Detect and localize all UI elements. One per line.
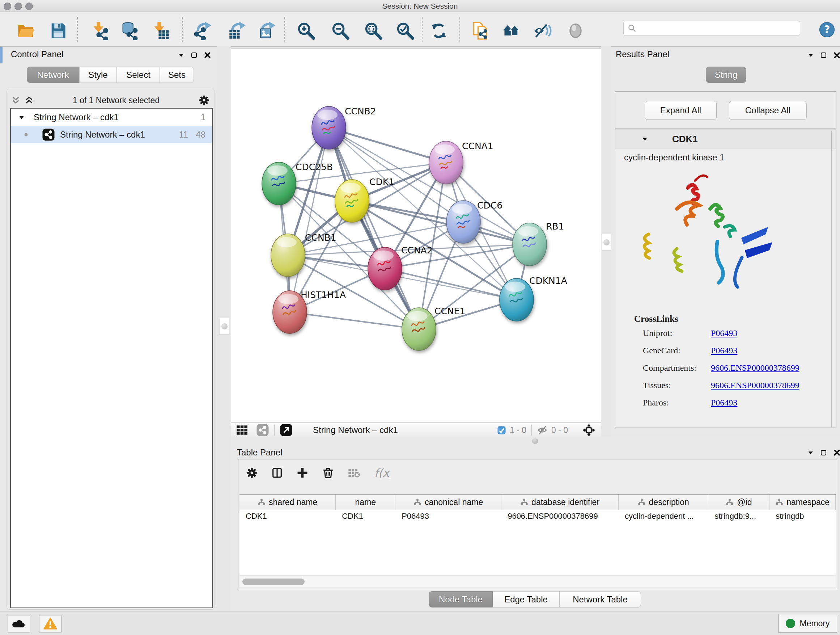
column-header[interactable]: name xyxy=(336,494,395,510)
section-caret-icon[interactable] xyxy=(641,136,648,143)
crosslink-link[interactable]: P06493 xyxy=(711,328,737,338)
eye-gray-icon[interactable] xyxy=(565,21,586,41)
close-panel-icon[interactable] xyxy=(204,51,211,59)
column-header[interactable]: namespace xyxy=(769,494,836,510)
chevrons-down-icon[interactable] xyxy=(11,96,21,105)
network-node-CDKN1A[interactable] xyxy=(500,279,534,321)
network-collection-row[interactable]: String Network – cdk1 1 xyxy=(11,109,212,126)
export-image-icon[interactable] xyxy=(256,21,277,41)
table-cell[interactable]: CDK1 xyxy=(336,509,395,523)
tab-network-table[interactable]: Network Table xyxy=(559,591,641,608)
collapse-panel-icon[interactable] xyxy=(178,52,185,59)
tab-edge-table[interactable]: Edge Table xyxy=(493,591,559,608)
network-edge[interactable] xyxy=(329,128,446,163)
tab-select[interactable]: Select xyxy=(117,67,160,83)
memory-button[interactable]: Memory xyxy=(778,614,837,633)
column-header[interactable]: shared name xyxy=(240,494,336,510)
close-panel-icon[interactable] xyxy=(833,51,840,59)
warnings-button[interactable] xyxy=(39,615,62,632)
open-folder-icon[interactable] xyxy=(16,21,36,41)
plus-icon[interactable] xyxy=(296,467,309,479)
network-node-CCNE1[interactable] xyxy=(402,308,436,350)
zoom-selected-icon[interactable] xyxy=(395,21,415,41)
table-cell[interactable]: 9606.ENSP00000378699 xyxy=(501,509,619,523)
import-table-icon[interactable] xyxy=(150,21,171,41)
gear-icon[interactable] xyxy=(198,95,210,106)
column-header[interactable]: database identifier xyxy=(501,494,619,510)
crosslink-link[interactable]: P06493 xyxy=(711,398,737,408)
clone-network-icon[interactable] xyxy=(471,21,491,41)
scrollbar-thumb[interactable] xyxy=(242,578,305,585)
network-row-selected[interactable]: String Network – cdk1 11 48 xyxy=(11,126,212,143)
results-scrollbar[interactable] xyxy=(831,131,832,427)
zoom-in-icon[interactable] xyxy=(296,21,316,41)
grid-view-icon[interactable] xyxy=(236,424,248,436)
hide-eye-icon[interactable] xyxy=(532,21,553,41)
search-input[interactable] xyxy=(637,24,794,33)
tab-style[interactable]: Style xyxy=(79,67,117,83)
export-table-icon[interactable] xyxy=(227,21,247,41)
horizontal-splitter[interactable] xyxy=(231,437,840,446)
tab-node-table[interactable]: Node Table xyxy=(429,591,493,608)
protein-section-header[interactable]: CDK1 xyxy=(615,130,836,149)
network-edge[interactable] xyxy=(290,128,329,312)
float-panel-icon[interactable] xyxy=(820,51,827,59)
right-splitter-handle[interactable] xyxy=(602,234,611,250)
network-node-CDC6[interactable] xyxy=(447,201,480,243)
close-panel-icon[interactable] xyxy=(833,449,840,456)
import-network-icon[interactable] xyxy=(90,21,110,41)
network-node-RB1[interactable] xyxy=(513,223,546,266)
trash-icon[interactable] xyxy=(322,466,335,479)
fx-icon[interactable]: f(x) xyxy=(374,464,390,481)
float-panel-icon[interactable] xyxy=(190,51,198,59)
column-header[interactable]: description xyxy=(619,494,708,510)
apply-layout-icon[interactable] xyxy=(429,21,449,41)
network-node-CCNA2[interactable] xyxy=(368,247,402,290)
tab-sets[interactable]: Sets xyxy=(160,67,194,83)
network-node-CDK1[interactable] xyxy=(335,180,369,222)
table-del-icon[interactable] xyxy=(347,466,361,479)
crosslink-link[interactable]: P06493 xyxy=(711,346,737,356)
cloud-button[interactable] xyxy=(8,615,30,632)
table-cell[interactable]: cyclin-dependent ... xyxy=(619,509,708,523)
columns-icon[interactable] xyxy=(271,467,283,479)
search-box[interactable] xyxy=(623,21,800,36)
tab-network[interactable]: Network xyxy=(27,67,79,83)
gear-icon[interactable] xyxy=(246,467,258,479)
table-cell[interactable]: P06493 xyxy=(395,509,501,523)
share-view-icon[interactable] xyxy=(256,424,269,437)
column-header[interactable]: @id xyxy=(708,494,769,510)
table-cell[interactable]: CDK1 xyxy=(240,509,336,523)
left-splitter-handle[interactable] xyxy=(219,318,229,334)
column-header[interactable]: canonical name xyxy=(395,494,501,510)
save-icon[interactable] xyxy=(48,21,68,41)
collapse-panel-icon[interactable] xyxy=(807,450,814,456)
zoom-fit-icon[interactable] xyxy=(363,21,384,41)
network-node-CCNA1[interactable] xyxy=(429,141,463,184)
zoom-out-icon[interactable] xyxy=(330,21,351,41)
network-node-CCNB1[interactable] xyxy=(271,234,305,277)
collapse-all-button[interactable]: Collapse All xyxy=(729,101,807,120)
export-network-icon[interactable] xyxy=(193,21,213,41)
table-cell[interactable]: stringdb:9... xyxy=(708,509,769,523)
network-edge[interactable] xyxy=(385,269,516,300)
table-cell[interactable]: stringdb xyxy=(769,509,836,523)
chevrons-up-icon[interactable] xyxy=(24,96,34,105)
crosslink-link[interactable]: 9606.ENSP00000378699 xyxy=(711,363,799,373)
tab-string[interactable]: String xyxy=(706,67,746,83)
import-database-icon[interactable] xyxy=(119,21,139,41)
network-canvas[interactable]: CCNB2 CCNA1 CDC25B CDK1 CDC6 RB1 CCNB1 C… xyxy=(231,48,601,423)
expand-all-button[interactable]: Expand All xyxy=(645,101,717,120)
selected-checkbox-icon[interactable] xyxy=(497,426,506,435)
float-panel-icon[interactable] xyxy=(820,449,827,456)
table-h-scrollbar[interactable] xyxy=(240,576,836,587)
network-edge[interactable] xyxy=(290,312,419,329)
open-in-window-icon[interactable] xyxy=(279,424,293,437)
crosslink-link[interactable]: 9606.ENSP00000378699 xyxy=(711,380,799,390)
home-icon[interactable] xyxy=(501,21,522,41)
tree-caret-icon[interactable] xyxy=(18,114,25,121)
network-node-CDC25B[interactable] xyxy=(262,162,296,205)
collapse-panel-icon[interactable] xyxy=(807,52,814,59)
network-node-CCNB2[interactable] xyxy=(312,106,346,149)
table-row[interactable]: CDK1CDK1P064939606.ENSP00000378699cyclin… xyxy=(240,509,836,523)
